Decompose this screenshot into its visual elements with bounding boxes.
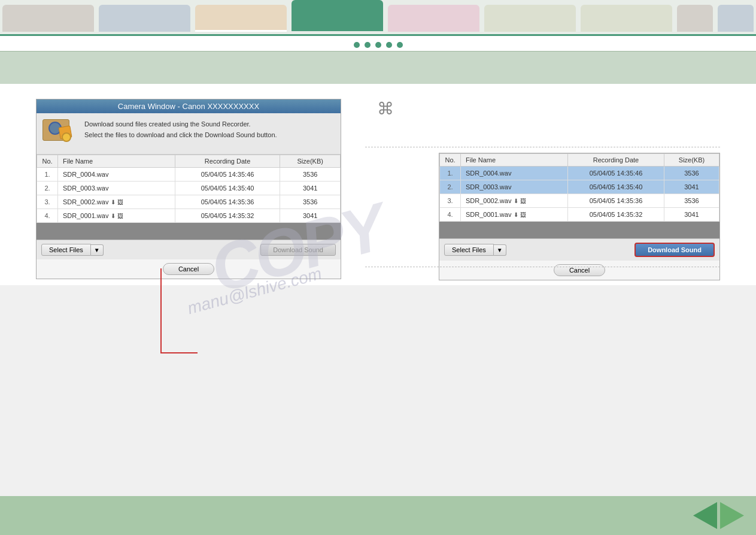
cell-date: 05/04/05 14:35:36: [175, 195, 280, 209]
left-camera-window: Camera Window - Canon XXXXXXXXXX Downloa…: [36, 99, 341, 279]
right-cancel-area: Cancel: [439, 261, 719, 280]
dot-2: [365, 42, 371, 48]
cell-filename: SDR_0004.wav: [461, 167, 568, 180]
image-icon: 🖼: [520, 211, 526, 218]
cell-no: 4.: [37, 209, 58, 223]
download-sound-button-active[interactable]: Download Sound: [634, 243, 715, 257]
dot-5: [397, 42, 403, 48]
cmd-symbol: ⌘: [377, 99, 394, 119]
table-row[interactable]: 2. SDR_0003.wav 05/04/05 14:35:40 3041: [37, 182, 341, 195]
cell-date: 05/04/05 14:35:40: [175, 182, 280, 195]
table-row[interactable]: 3. SDR_0002.wav ⬇ 🖼 05/04/05 14:35:36 35…: [37, 195, 341, 209]
right-select-files-button[interactable]: Select Files: [444, 244, 494, 256]
left-file-table: No. File Name Recording Date Size(KB) 1.…: [37, 155, 341, 223]
tab-1[interactable]: [2, 5, 94, 32]
image-icon: 🖼: [117, 213, 123, 219]
camera-flash: [62, 132, 71, 142]
table-row[interactable]: 4. SDR_0001.wav ⬇ 🖼 05/04/05 14:35:32 30…: [37, 209, 341, 223]
left-file-table-container: No. File Name Recording Date Size(KB) 1.…: [37, 155, 341, 240]
dashed-line-bottom: [365, 267, 720, 267]
nav-next-arrow[interactable]: [720, 502, 744, 529]
select-files-arrow[interactable]: ▼: [91, 244, 104, 256]
cell-filename: SDR_0002.wav ⬇ 🖼: [58, 195, 175, 209]
green-header-band: [0, 51, 756, 84]
select-files-dropdown[interactable]: Select Files ▼: [41, 244, 104, 256]
cell-date: 05/04/05 14:35:46: [175, 168, 280, 182]
col-no: No.: [37, 155, 58, 168]
col-filename: File Name: [58, 155, 175, 168]
col-no: No.: [440, 154, 461, 167]
right-bottom-controls: Select Files ▼ Download Sound: [439, 238, 719, 261]
cell-size: 3536: [280, 195, 341, 209]
indicator-vertical-line: [160, 268, 162, 352]
cell-filename: SDR_0001.wav ⬇ 🖼: [58, 209, 175, 223]
grey-bar-right: [439, 222, 719, 238]
right-select-files-dropdown[interactable]: Select Files ▼: [444, 244, 506, 256]
table-row[interactable]: 2. SDR_0003.wav 05/04/05 14:35:40 3041: [440, 180, 719, 194]
right-file-table-container: No. File Name Recording Date Size(KB) 1.…: [439, 153, 719, 238]
tab-7[interactable]: [581, 5, 672, 32]
cell-size: 3536: [664, 194, 719, 208]
download-icon: ⬇: [514, 211, 518, 218]
select-files-button[interactable]: Select Files: [41, 244, 91, 256]
cell-filename: SDR_0001.wav ⬇ 🖼: [461, 208, 568, 222]
cell-filename: SDR_0003.wav: [461, 180, 568, 194]
col-size: Size(KB): [280, 155, 341, 168]
dot-4: [386, 42, 392, 48]
desc-line1: Download sound files created using the S…: [84, 119, 277, 130]
table-row[interactable]: 3. SDR_0002.wav ⬇ 🖼 05/04/05 14:35:36 35…: [440, 194, 719, 208]
col-date: Recording Date: [568, 154, 664, 167]
right-cancel-button[interactable]: Cancel: [554, 264, 605, 276]
tab-3[interactable]: [195, 5, 287, 32]
camera-icon-area: [42, 119, 78, 148]
table-row[interactable]: 1. SDR_0004.wav 05/04/05 14:35:46 3536: [37, 168, 341, 182]
tab-9[interactable]: [718, 5, 754, 32]
cell-no: 2.: [440, 180, 461, 194]
cell-size: 3041: [280, 182, 341, 195]
dashed-line-top: [365, 147, 720, 147]
right-select-files-arrow[interactable]: ▼: [494, 244, 506, 256]
tab-8[interactable]: [677, 5, 713, 32]
tab-5[interactable]: [388, 5, 479, 32]
cell-date: 05/04/05 14:35:40: [568, 180, 664, 194]
cell-filename: SDR_0003.wav: [58, 182, 175, 195]
right-area: ⌘ No. File Name Recording Date Size(KB): [365, 99, 720, 279]
top-tabs: [0, 0, 756, 36]
cancel-button[interactable]: Cancel: [163, 263, 214, 275]
cell-no: 4.: [440, 208, 461, 222]
dot-1: [354, 42, 360, 48]
cell-date: 05/04/05 14:35:36: [568, 194, 664, 208]
desc-line2: Select the files to download and click t…: [84, 130, 277, 141]
cell-size: 3041: [664, 180, 719, 194]
navigation-arrows: [693, 502, 744, 529]
cell-filename: SDR_0004.wav: [58, 168, 175, 182]
cell-no: 3.: [37, 195, 58, 209]
camera-window-header: Download sound files created using the S…: [37, 113, 341, 155]
right-file-table: No. File Name Recording Date Size(KB) 1.…: [439, 153, 719, 222]
cell-no: 1.: [440, 167, 461, 180]
cell-date: 05/04/05 14:35:32: [568, 208, 664, 222]
cell-size: 3536: [664, 167, 719, 180]
table-row[interactable]: 1. SDR_0004.wav 05/04/05 14:35:46 3536: [440, 167, 719, 180]
col-date: Recording Date: [175, 155, 280, 168]
footer-bar: [0, 496, 756, 535]
cell-size: 3041: [280, 209, 341, 223]
tab-4-active[interactable]: [292, 0, 383, 31]
col-size: Size(KB): [664, 154, 719, 167]
indicator-horizontal-line: [160, 352, 198, 353]
nav-prev-arrow[interactable]: [693, 502, 717, 529]
tab-2[interactable]: [99, 5, 190, 32]
right-camera-window: No. File Name Recording Date Size(KB) 1.…: [439, 153, 720, 280]
camera-description: Download sound files created using the S…: [84, 119, 277, 140]
cell-no: 2.: [37, 182, 58, 195]
image-icon: 🖼: [520, 198, 526, 204]
table-row[interactable]: 4. SDR_0001.wav ⬇ 🖼 05/04/05 14:35:32 30…: [440, 208, 719, 222]
cell-filename: SDR_0002.wav ⬇ 🖼: [461, 194, 568, 208]
image-icon: 🖼: [117, 199, 123, 205]
tab-6[interactable]: [484, 5, 576, 32]
cell-size: 3536: [280, 168, 341, 182]
grey-bar: [37, 223, 341, 240]
camera-window-title: Camera Window - Canon XXXXXXXXXX: [37, 99, 341, 113]
download-icon: ⬇: [111, 213, 116, 219]
dot-3: [375, 42, 381, 48]
